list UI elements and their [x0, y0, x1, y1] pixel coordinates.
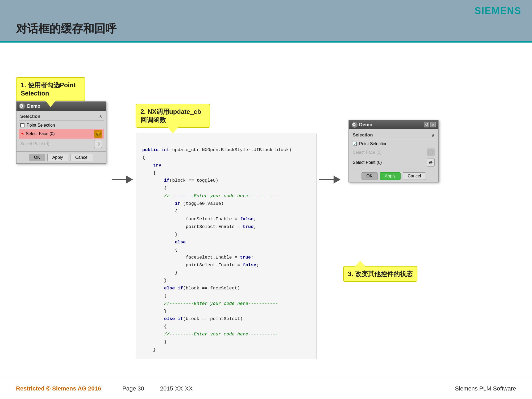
footer-restricted: Restricted © Siemens AG 2016: [16, 385, 101, 392]
right-checkbox[interactable]: [353, 142, 357, 146]
left-dialog-footer: OK Apply Cancel: [16, 151, 106, 163]
left-point-label: Select Point (0): [20, 142, 49, 146]
left-point-row: Select Point (0) ⊕: [19, 139, 104, 149]
right-face-label: Select Face (0): [353, 150, 381, 155]
code-elseif2: else if(block == pointSelect): [142, 315, 310, 323]
siemens-logo: SIEMENS: [475, 5, 521, 16]
callout2-tail: [168, 127, 178, 134]
page-title: 对话框的缓存和回呼: [16, 21, 117, 36]
right-section-header: Selection ∧: [351, 131, 436, 139]
code-else: else: [142, 239, 310, 246]
left-apply-button[interactable]: Apply: [47, 154, 68, 161]
code-comment2: //---------Enter your code here---------…: [142, 300, 310, 308]
code-brace6: {: [142, 246, 310, 254]
left-dialog-title-text: Demo: [27, 103, 103, 109]
right-gear-icon: ⚙: [352, 122, 358, 128]
main-content: ⚙ Demo Selection ∧ Point Selection ✶ Sel…: [0, 43, 532, 378]
footer-date: 2015-XX-XX: [160, 385, 193, 392]
left-checkbox-row: Point Selection: [19, 122, 104, 128]
right-close-btn[interactable]: ✕: [430, 122, 436, 127]
left-face-label: Select Face (0): [26, 131, 55, 136]
right-dialog: ⚙ Demo ↺ ✕ Selection ∧ Point Selection S…: [348, 120, 439, 182]
code-brace11: {: [142, 323, 310, 331]
left-ok-button[interactable]: OK: [29, 154, 45, 161]
footer: Restricted © Siemens AG 2016 Page 30 201…: [0, 378, 532, 399]
code-try: try: [142, 162, 310, 169]
gear-icon: ⚙: [19, 103, 25, 109]
right-dialog-titlebar: ⚙ Demo ↺ ✕: [349, 120, 438, 129]
right-apply-button[interactable]: Apply: [380, 172, 401, 180]
right-cube-icon: [427, 148, 435, 156]
right-checkbox-row: Point Selection: [351, 141, 436, 147]
callout2-text: 2. NX调用update_cb回调函数: [140, 108, 201, 123]
code-face-false: faceSelect.Enable = false;: [142, 215, 310, 223]
right-cursor-icon: ⊕: [427, 159, 435, 167]
right-dialog-title-text: Demo: [359, 122, 424, 128]
left-dialog-body: Selection ∧ Point Selection ✶ Select Fac…: [16, 111, 106, 151]
code-comment3: //---------Enter your code here---------…: [142, 331, 310, 338]
callout1: 1. 使用者勾选Point Selection: [16, 77, 85, 101]
code-dots: ..: [142, 139, 310, 146]
right-section-label: Selection: [353, 132, 373, 138]
right-dialog-body: Selection ∧ Point Selection Select Face …: [349, 129, 438, 170]
right-checkbox-label: Point Selection: [359, 142, 388, 146]
left-checkbox[interactable]: [20, 123, 24, 127]
right-point-row: Select Point (0) ⊕: [351, 158, 436, 167]
svg-marker-4: [429, 150, 433, 155]
left-dialog: ⚙ Demo Selection ∧ Point Selection ✶ Sel…: [16, 101, 106, 164]
code-brace10: }: [142, 308, 310, 315]
right-collapse-btn[interactable]: ∧: [431, 133, 435, 138]
left-section-header: Selection ∧: [19, 113, 104, 120]
callout3: 3. 改变其他控件的状态: [343, 266, 417, 282]
right-restore-btn[interactable]: ↺: [424, 122, 429, 127]
code-brace8: }: [142, 277, 310, 285]
code-brace3: {: [142, 185, 310, 192]
code-if2: if (toggle0.Value): [142, 200, 310, 208]
code-brace1: {: [142, 154, 310, 162]
code-brace9: {: [142, 292, 310, 300]
code-block: .. public int update_cb( NXOpen.BlockSty…: [136, 133, 317, 359]
code-point-true: pointSelect.Enable = true;: [142, 223, 310, 231]
code-point-false: pointSelect.Enable = false;: [142, 261, 310, 269]
right-ok-button[interactable]: OK: [361, 172, 378, 180]
code-if1: if(block == toggle0): [142, 177, 310, 185]
code-brace13: }: [142, 346, 310, 354]
code-comment1: //---------Enter your code here---------…: [142, 192, 310, 200]
left-dialog-titlebar: ⚙ Demo: [16, 102, 106, 111]
left-cursor-icon: ⊕: [94, 140, 102, 148]
footer-page: Page 30: [122, 385, 144, 392]
left-collapse-btn[interactable]: ∧: [99, 114, 102, 119]
right-title-buttons: ↺ ✕: [424, 122, 436, 127]
code-face-true: faceSelect.Enable = true;: [142, 254, 310, 261]
callout3-tail: [355, 261, 365, 267]
left-cancel-button[interactable]: Cancel: [70, 154, 94, 161]
left-section-label: Selection: [20, 114, 40, 119]
right-cancel-button[interactable]: Cancel: [403, 172, 426, 180]
left-cube-icon: [94, 130, 102, 138]
right-dialog-footer: OK Apply Cancel: [349, 170, 438, 182]
code-elseif1: else if(block == faceSelect): [142, 285, 310, 292]
left-required-star: ✶: [20, 131, 24, 137]
left-face-row: ✶ Select Face (0): [19, 129, 104, 139]
code-brace7: }: [142, 269, 310, 277]
footer-brand: Siemens PLM Software: [455, 385, 516, 392]
code-brace4: {: [142, 208, 310, 215]
callout1-tail: [45, 101, 56, 107]
right-point-label: Select Point (0): [353, 160, 382, 165]
code-brace12: }: [142, 338, 310, 346]
code-brace5: }: [142, 231, 310, 239]
code-brace2: {: [142, 169, 310, 177]
right-face-row: Select Face (0): [351, 148, 436, 157]
callout3-text: 3. 改变其他控件的状态: [348, 270, 413, 277]
code-line-public: public int update_cb( NXOpen.BlockStyler…: [142, 146, 310, 154]
callout2: 2. NX调用update_cb回调函数: [136, 104, 210, 128]
callout1-text: 1. 使用者勾选Point Selection: [21, 81, 76, 97]
left-checkbox-label: Point Selection: [27, 123, 55, 128]
